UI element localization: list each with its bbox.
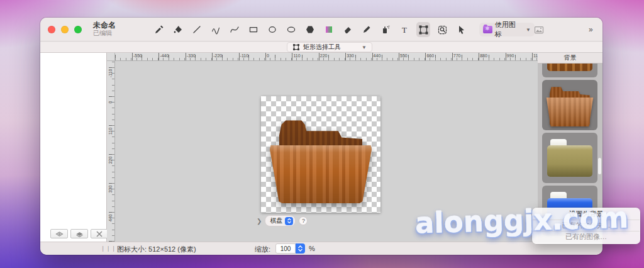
content-area: -550-440-330-220-11001102203304405506607… xyxy=(40,53,602,242)
background-item-wood-open[interactable] xyxy=(542,80,597,130)
ruler-h-label: 880 xyxy=(479,53,487,61)
ruler-h-label: 220 xyxy=(319,53,328,61)
purple-folder-gear-icon xyxy=(483,26,492,33)
ruler-h-label: 660 xyxy=(425,53,434,61)
ruler-v-label: -110 xyxy=(108,69,113,77)
rectangular-selection-tool-icon[interactable] xyxy=(416,22,430,37)
oval-tool-icon[interactable] xyxy=(265,22,279,37)
ruler-h-label: -440 xyxy=(158,53,169,61)
ruler-h-label: -110 xyxy=(239,53,249,61)
ruler-v-label: 330 xyxy=(108,185,113,193)
ruler-h-label: -220 xyxy=(212,53,222,61)
line-tool-icon[interactable] xyxy=(190,22,204,37)
zoom-label: 缩放: xyxy=(255,245,270,254)
svg-text:T: T xyxy=(402,25,407,35)
close-window-button[interactable] xyxy=(48,26,55,33)
eyedropper-icon[interactable] xyxy=(152,22,166,37)
zoom-value-field[interactable]: 100 xyxy=(275,243,296,254)
rectangle-tool-icon[interactable] xyxy=(247,22,260,37)
polyline-tool-icon[interactable] xyxy=(209,22,223,37)
delete-layer-button[interactable] xyxy=(91,229,108,238)
curve-tool-icon[interactable] xyxy=(228,22,242,37)
document-canvas[interactable] xyxy=(261,96,380,213)
menu-item-existing-image[interactable]: 已有的图像… xyxy=(532,232,640,242)
vertical-ruler: -1100110220330440550 xyxy=(107,61,115,242)
chevron-down-icon: ▼ xyxy=(362,45,367,50)
spray-can-icon[interactable] xyxy=(379,22,392,37)
khaki-folder-thumbnail xyxy=(547,139,592,177)
sidebar-title: 背景 xyxy=(538,53,602,64)
cursor-arrow-icon[interactable] xyxy=(454,22,468,37)
disclosure-chevron-icon[interactable]: ❯ xyxy=(257,218,262,225)
tool-options-row: 矩形选择工具 ▼ xyxy=(40,42,602,53)
use-icon-button[interactable]: 使用图标 ▼ xyxy=(479,23,535,36)
zoom-stepper-button[interactable] xyxy=(296,243,305,254)
ruler-h-label: 1100 xyxy=(532,53,538,61)
ruler-h-label: 990 xyxy=(506,53,514,61)
ruler-v-label: 440 xyxy=(108,214,113,222)
stepper-icon xyxy=(285,217,293,225)
horizontal-ruler: -550-440-330-220-11001102203304405506607… xyxy=(115,53,538,61)
menu-item-existing-folder[interactable]: 已有的文件夹… xyxy=(532,220,640,231)
ruler-h-label: 0 xyxy=(265,53,269,61)
ruler-h-label: 770 xyxy=(452,53,461,61)
titlebar: 未命名 已编辑 xyxy=(40,18,602,42)
app-window: 未命名 已编辑 xyxy=(40,18,602,255)
ellipse-tool-icon[interactable] xyxy=(284,22,298,37)
window-title: 未命名 xyxy=(93,21,116,30)
window-title-block: 未命名 已编辑 xyxy=(93,21,116,37)
help-button[interactable]: ? xyxy=(299,216,308,225)
selected-tool-dropdown[interactable]: 矩形选择工具 ▼ xyxy=(287,42,372,52)
minimize-window-button[interactable] xyxy=(61,26,69,33)
gradient-swatch-icon[interactable] xyxy=(322,22,336,37)
ruler-v-label: 110 xyxy=(108,127,113,135)
folder-front-panel xyxy=(270,145,372,203)
ruler-v-label: 220 xyxy=(108,156,113,164)
wooden-folder-artwork xyxy=(270,113,372,203)
polygon-tool-icon[interactable] xyxy=(303,22,317,37)
background-pattern-label: 棋盘 xyxy=(270,216,282,225)
ruler-h-label: 330 xyxy=(345,53,354,61)
wood-closed-folder-thumbnail xyxy=(547,64,592,71)
statusbar: ❘❘❘ 图标大小: 512×512 (像素) 缩放: 100 % xyxy=(40,242,602,255)
ruler-v-label: 0 xyxy=(108,98,113,106)
ruler-h-label: 550 xyxy=(399,53,408,61)
menu-item-set-as-background[interactable]: 设置为背景 xyxy=(532,209,640,220)
paint-bucket-icon[interactable] xyxy=(171,22,185,37)
selected-tool-label: 矩形选择工具 xyxy=(303,43,341,52)
background-pattern-control: ❯ 棋盘 ? xyxy=(257,215,308,226)
use-icon-label: 使用图标 xyxy=(495,20,522,39)
sidebar-scrollbar[interactable] xyxy=(598,158,601,174)
zoom-window-button[interactable] xyxy=(74,26,82,33)
magic-selection-tool-icon[interactable] xyxy=(435,22,449,37)
layer-buttons xyxy=(50,229,108,238)
ruler-h-label: -330 xyxy=(186,53,196,61)
layer-up-button[interactable] xyxy=(50,229,68,238)
icon-size-text: 图标大小: 512×512 (像素) xyxy=(117,245,196,254)
canvas-area[interactable]: ❯ 棋盘 ? xyxy=(115,61,538,242)
background-pattern-dropdown[interactable]: 棋盘 xyxy=(265,215,296,226)
pencil-icon[interactable] xyxy=(360,22,374,37)
ruler-h-label: 440 xyxy=(372,53,381,61)
percent-label: % xyxy=(309,245,315,252)
window-subtitle: 已编辑 xyxy=(93,30,116,37)
layer-down-button[interactable] xyxy=(70,229,88,238)
chevron-down-icon: ▼ xyxy=(526,27,531,33)
rect-selection-small-icon xyxy=(292,43,300,51)
toolbar-overflow-button[interactable]: » xyxy=(589,25,592,34)
layers-panel xyxy=(40,53,107,242)
text-tool-icon[interactable]: T xyxy=(397,22,411,37)
ruler-h-label: -550 xyxy=(132,53,142,61)
desktop: 未命名 已编辑 xyxy=(0,0,644,268)
eraser-icon[interactable] xyxy=(341,22,355,37)
ruler-corner xyxy=(107,53,115,61)
context-menu: 设置为背景 已有的文件夹… 已有的图像… xyxy=(532,208,640,244)
ruler-h-label: 110 xyxy=(292,53,300,61)
wood-open-folder-thumbnail xyxy=(546,82,594,126)
background-item-khaki[interactable] xyxy=(542,133,597,183)
splitter-grip-icon[interactable]: ❘❘❘ xyxy=(101,245,117,252)
background-item-wood-closed[interactable] xyxy=(542,64,597,77)
